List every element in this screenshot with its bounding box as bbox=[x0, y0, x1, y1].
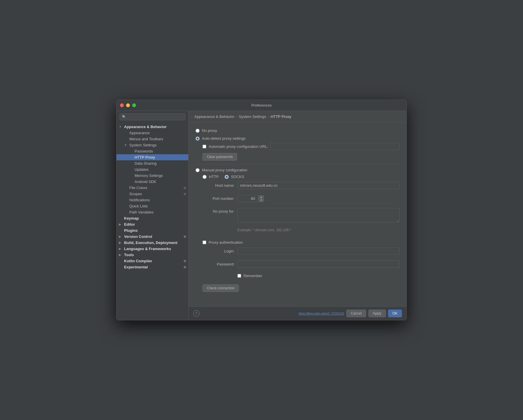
sidebar-item-build-execution[interactable]: ▶ Build, Execution, Deployment bbox=[117, 240, 188, 246]
external-icon: ⊞ bbox=[184, 265, 186, 269]
sidebar-item-label: Version Control bbox=[124, 234, 182, 239]
cancel-button[interactable]: Cancel bbox=[346, 310, 366, 317]
sidebar-item-label: Appearance & Behavior bbox=[124, 125, 186, 129]
proxy-auth-checkbox[interactable] bbox=[203, 240, 206, 244]
apply-button[interactable]: Apply bbox=[368, 310, 386, 317]
proxy-auth-section: Proxy authentication Login: Password: bbox=[203, 240, 400, 278]
manual-proxy-row: Manual proxy configuration bbox=[196, 168, 400, 172]
socks-label: SOCKS bbox=[231, 175, 244, 179]
sidebar-item-label: Kotlin Compiler bbox=[124, 259, 182, 263]
sidebar-item-appearance-behavior[interactable]: ▼ Appearance & Behavior bbox=[117, 124, 188, 130]
sidebar-item-appearance[interactable]: Appearance bbox=[117, 130, 188, 136]
minimize-button[interactable] bbox=[126, 103, 130, 107]
socks-radio[interactable] bbox=[225, 175, 229, 179]
expand-icon[interactable]: ⤢ bbox=[397, 220, 399, 223]
sidebar-item-label: Build, Execution, Deployment bbox=[124, 240, 186, 245]
preferences-window: Preferences 🔍 ▼ Appearance & Behavior Ap… bbox=[116, 100, 407, 320]
host-name-label: Host name: bbox=[203, 183, 234, 188]
port-down-button[interactable]: ▼ bbox=[259, 199, 264, 202]
close-button[interactable] bbox=[120, 103, 124, 107]
host-name-input[interactable] bbox=[237, 182, 400, 189]
sidebar-item-memory-settings[interactable]: Memory Settings bbox=[117, 173, 188, 179]
sidebar-item-android-sdk[interactable]: Android SDK bbox=[117, 179, 188, 185]
help-button[interactable]: ? bbox=[193, 310, 200, 317]
sidebar-item-quick-lists[interactable]: Quick Lists bbox=[117, 203, 188, 209]
auto-url-checkbox[interactable] bbox=[203, 145, 206, 148]
check-connection-button[interactable]: Check connection bbox=[203, 284, 239, 292]
auto-url-row: Automatic proxy configuration URL: bbox=[203, 143, 400, 150]
external-icon: ⊞ bbox=[184, 192, 186, 195]
remember-label: Remember bbox=[243, 274, 262, 278]
port-input[interactable] bbox=[237, 195, 258, 202]
login-input[interactable] bbox=[237, 247, 400, 255]
password-input[interactable] bbox=[237, 261, 400, 268]
sidebar-item-menus-toolbars[interactable]: Menus and Toolbars bbox=[117, 136, 188, 142]
sidebar-item-label: Android SDK bbox=[135, 180, 186, 184]
sidebar-item-data-sharing[interactable]: Data Sharing bbox=[117, 160, 188, 166]
sidebar-item-label: Path Variables bbox=[129, 210, 186, 214]
bottom-bar: ? https://blog.csdn.net/m0_37201243 Canc… bbox=[189, 306, 406, 320]
expand-arrow: ▼ bbox=[124, 143, 128, 147]
password-label: Password: bbox=[203, 262, 234, 266]
password-row: Password: bbox=[203, 261, 400, 268]
expand-arrow: ▶ bbox=[119, 247, 123, 250]
sidebar-item-editor[interactable]: ▶ Editor bbox=[117, 221, 188, 227]
sidebar-item-updates[interactable]: Updates bbox=[117, 166, 188, 173]
sidebar-item-keymap[interactable]: Keymap bbox=[117, 215, 188, 221]
sidebar-item-version-control[interactable]: ▶ Version Control ⊞ bbox=[117, 234, 188, 240]
login-label: Login: bbox=[203, 249, 234, 253]
no-proxy-for-label: No proxy for: bbox=[203, 209, 234, 213]
breadcrumb-part1: Appearance & Behavior bbox=[194, 114, 234, 119]
clear-passwords-wrap: Clear passwords bbox=[203, 153, 400, 161]
manual-proxy-radio[interactable] bbox=[196, 168, 200, 172]
sidebar-item-notifications[interactable]: Notifications bbox=[117, 197, 188, 203]
expand-arrow: ▶ bbox=[119, 253, 123, 256]
search-input[interactable] bbox=[128, 115, 183, 119]
watermark-link[interactable]: https://blog.csdn.net/m0_37201243 bbox=[299, 312, 344, 315]
search-icon: 🔍 bbox=[122, 115, 126, 119]
breadcrumb: Appearance & Behavior › System Settings … bbox=[189, 111, 406, 123]
manual-proxy-label: Manual proxy configuration bbox=[202, 168, 247, 172]
clear-passwords-button[interactable]: Clear passwords bbox=[203, 153, 237, 161]
auto-detect-radio[interactable] bbox=[196, 137, 200, 141]
right-panel: Appearance & Behavior › System Settings … bbox=[189, 111, 406, 320]
sidebar-item-label: Quick Lists bbox=[129, 204, 186, 208]
sidebar-item-kotlin-compiler[interactable]: Kotlin Compiler ⊞ bbox=[117, 258, 188, 264]
sidebar-item-tools[interactable]: ▶ Tools bbox=[117, 252, 188, 258]
port-wrap: ▲ ▼ bbox=[237, 195, 264, 202]
http-radio[interactable] bbox=[203, 175, 207, 179]
no-proxy-textarea[interactable] bbox=[237, 208, 400, 222]
port-up-button[interactable]: ▲ bbox=[259, 195, 264, 199]
sidebar-item-label: Appearance bbox=[129, 131, 186, 135]
sidebar-item-experimental[interactable]: Experimental ⊞ bbox=[117, 264, 188, 270]
sidebar-item-scopes[interactable]: Scopes ⊞ bbox=[117, 191, 188, 197]
sidebar-item-system-settings[interactable]: ▼ System Settings bbox=[117, 142, 188, 148]
expand-arrow: ▼ bbox=[119, 125, 123, 128]
expand-arrow: ▶ bbox=[119, 241, 123, 244]
no-proxy-radio[interactable] bbox=[196, 129, 200, 133]
ok-button[interactable]: OK bbox=[388, 310, 402, 317]
login-row: Login: bbox=[203, 247, 400, 255]
search-box[interactable]: 🔍 bbox=[119, 113, 185, 120]
sidebar-item-path-variables[interactable]: Path Variables bbox=[117, 209, 188, 215]
sidebar-item-http-proxy[interactable]: HTTP Proxy bbox=[117, 154, 188, 160]
sidebar-item-label: HTTP Proxy bbox=[135, 155, 186, 159]
sidebar-item-plugins[interactable]: Plugins bbox=[117, 227, 188, 234]
window-title: Preferences bbox=[251, 103, 272, 107]
sidebar-item-label: Passwords bbox=[135, 149, 186, 153]
sidebar-item-label: File Colors bbox=[129, 186, 182, 190]
auto-url-input[interactable] bbox=[270, 143, 400, 150]
breadcrumb-sep1: › bbox=[236, 115, 237, 119]
sidebar-item-file-colors[interactable]: File Colors ⊞ bbox=[117, 185, 188, 191]
no-proxy-row: No proxy bbox=[196, 128, 400, 133]
sidebar-item-languages-frameworks[interactable]: ▶ Languages & Frameworks bbox=[117, 246, 188, 252]
divider1 bbox=[196, 164, 400, 164]
sidebar-item-label: Editor bbox=[124, 222, 186, 227]
remember-checkbox[interactable] bbox=[237, 274, 241, 278]
sidebar-item-passwords[interactable]: Passwords bbox=[117, 148, 188, 154]
breadcrumb-part2: System Settings bbox=[239, 114, 266, 119]
external-icon: ⊞ bbox=[184, 235, 186, 238]
sidebar-item-label: System Settings bbox=[129, 143, 186, 147]
protocol-row: HTTP SOCKS bbox=[203, 175, 400, 179]
maximize-button[interactable] bbox=[132, 103, 136, 107]
